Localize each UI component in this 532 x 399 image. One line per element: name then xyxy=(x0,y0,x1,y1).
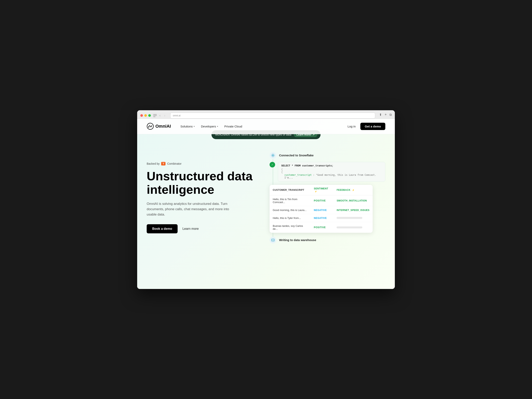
connected-label: Connected to Snowflake xyxy=(279,153,314,157)
feedback-cell: INTERNET_SPEED_ISSUES xyxy=(333,206,373,214)
col-transcript: CUSTOMER_TRANSCRIPT xyxy=(270,185,310,195)
data-table-card: CUSTOMER_TRANSCRIPT SENTIMENT ⚡ FEEDBACK… xyxy=(270,185,373,233)
sql-content: SELECT * FROM customer_transcripts; { { … xyxy=(278,162,385,182)
browser-controls: ‹ › xyxy=(153,113,166,118)
sentiment-cell: POSITIVE xyxy=(310,195,333,206)
browser-actions: ⬆ + ⧉ xyxy=(379,113,392,118)
transcript-cell: Hello, this is Tim from Comcast... xyxy=(270,195,310,206)
sql-key: customer_transcript xyxy=(285,174,312,176)
svg-point-7 xyxy=(273,157,273,157)
results-table: CUSTOMER_TRANSCRIPT SENTIMENT ⚡ FEEDBACK… xyxy=(270,185,373,233)
logo-text: OmniAI xyxy=(155,124,171,129)
navbar: OmniAI Solutions ▾ Developers ▾ Private … xyxy=(137,119,395,134)
sql-run-icon: ✓ xyxy=(270,162,275,167)
close-button[interactable] xyxy=(140,114,143,117)
feedback-sort-icon: ⚡ xyxy=(352,189,355,191)
pipeline-wrapper: Connected to Snowflake ✓ SELECT * FROM c… xyxy=(270,152,385,243)
table-row: Hello, this is Tyler from...NEGATIVE xyxy=(270,214,373,222)
hero-title: Unstructured data intelligence xyxy=(147,169,258,196)
sidebar-toggle-icon[interactable] xyxy=(153,114,157,117)
svg-point-9 xyxy=(274,155,275,156)
warehouse-icon xyxy=(270,237,276,243)
col-sentiment: SENTIMENT ⚡ xyxy=(310,185,333,195)
yc-badge: Y xyxy=(161,162,165,166)
logo-icon xyxy=(147,123,154,130)
forward-button[interactable]: › xyxy=(163,113,166,118)
feedback-cell: SMOOTH_INSTALLATION xyxy=(333,195,373,206)
developers-chevron-icon: ▾ xyxy=(217,125,218,128)
warehouse-step: Writing to data warehouse xyxy=(270,237,385,243)
share-icon[interactable]: ⬆ xyxy=(379,113,382,117)
nav-private-cloud[interactable]: Private Cloud xyxy=(224,125,242,128)
sql-bracket1: { xyxy=(281,168,382,171)
nav-links: Solutions ▾ Developers ▾ Private Cloud xyxy=(180,125,348,128)
table-row: Hello, this is Tim from Comcast...POSITI… xyxy=(270,195,373,206)
logo-area: OmniAI xyxy=(147,123,171,130)
snowflake-icon xyxy=(270,152,276,159)
solutions-chevron-icon: ▾ xyxy=(194,125,195,128)
hero-right: Connected to Snowflake ✓ SELECT * FROM c… xyxy=(258,146,385,243)
sql-step: ✓ SELECT * FROM customer_transcripts; { … xyxy=(270,162,385,182)
svg-point-10 xyxy=(272,239,274,240)
sentiment-cell: POSITIVE xyxy=(310,222,333,233)
nav-solutions[interactable]: Solutions ▾ xyxy=(180,125,195,128)
table-row: Buenas tardes, soy Carlos de...POSITIVE xyxy=(270,222,373,233)
transcript-cell: Buenas tardes, soy Carlos de... xyxy=(270,222,310,233)
col-feedback: FEEDBACK ⚡ xyxy=(333,185,373,195)
sentiment-cell: NEGATIVE xyxy=(310,206,333,214)
browser-window: ‹ › omni.ai ⬆ + ⧉ OmniAI xyxy=(137,110,395,289)
login-button[interactable]: Log in xyxy=(348,125,356,128)
transcript-cell: Hello, this is Tyler from... xyxy=(270,214,310,222)
hero-description: OmniAI is solving analytics for unstruct… xyxy=(147,201,234,217)
back-button[interactable]: ‹ xyxy=(158,113,162,118)
warehouse-label: Writing to data warehouse xyxy=(279,238,316,242)
feedback-cell xyxy=(333,222,373,233)
table-row: Good morning, this is Laura...NEGATIVEIN… xyxy=(270,206,373,214)
get-demo-button[interactable]: Get a demo xyxy=(360,123,385,130)
hero-left: Backed by Y Combinator Unstructured data… xyxy=(147,146,258,233)
sql-query: SELECT * FROM customer_transcripts; xyxy=(281,165,382,167)
hero-section: TechCrunch: OmniAI raises $3.2M to unloc… xyxy=(137,134,395,255)
table-header-row: CUSTOMER_TRANSCRIPT SENTIMENT ⚡ FEEDBACK… xyxy=(270,185,373,195)
address-bar[interactable]: omni.ai xyxy=(170,113,375,119)
maximize-button[interactable] xyxy=(148,114,151,117)
nav-right: Log in Get a demo xyxy=(348,123,385,130)
snowflake-step: Connected to Snowflake xyxy=(270,152,385,159)
hero-buttons: Book a demo Learn more xyxy=(147,224,258,233)
learn-more-link[interactable]: Learn more xyxy=(182,227,199,231)
svg-point-1 xyxy=(148,127,149,128)
page-content: OmniAI Solutions ▾ Developers ▾ Private … xyxy=(137,119,395,289)
traffic-lights xyxy=(140,114,151,117)
sentiment-sort-icon: ⚡ xyxy=(315,190,317,193)
tabs-overview-icon[interactable]: ⧉ xyxy=(389,113,392,117)
new-tab-icon[interactable]: + xyxy=(385,113,387,117)
sentiment-cell: NEGATIVE xyxy=(310,214,333,222)
sql-bracket2: { xyxy=(281,171,382,174)
transcript-cell: Good morning, this is Laura... xyxy=(270,206,310,214)
minimize-button[interactable] xyxy=(144,114,147,117)
feedback-cell xyxy=(333,214,373,222)
svg-point-6 xyxy=(273,153,273,154)
nav-developers[interactable]: Developers ▾ xyxy=(201,125,218,128)
svg-point-8 xyxy=(271,155,272,156)
backed-by: Backed by Y Combinator xyxy=(147,162,258,166)
book-demo-button[interactable]: Book a demo xyxy=(147,224,177,233)
browser-chrome: ‹ › omni.ai ⬆ + ⧉ xyxy=(137,110,395,119)
